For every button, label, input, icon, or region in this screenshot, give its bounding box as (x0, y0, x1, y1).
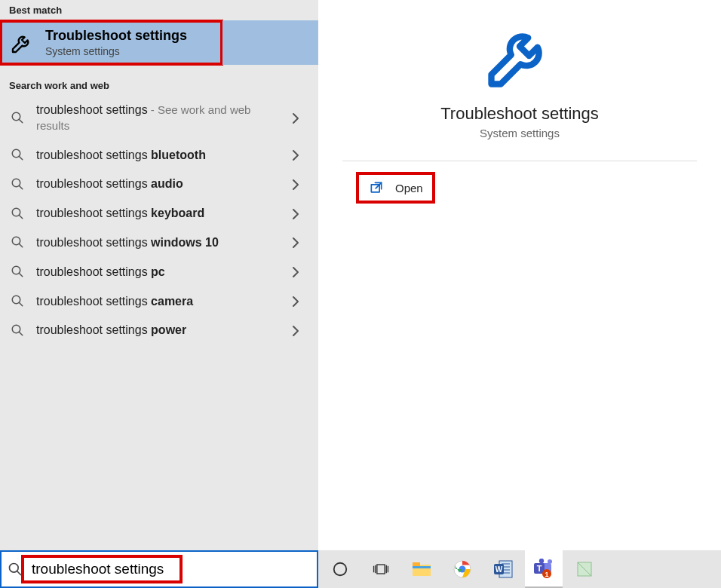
taskbar-icons: W T1 (318, 550, 721, 588)
suggestion-text: troubleshoot settings windows 10 (36, 235, 281, 251)
chevron-right-icon[interactable] (291, 207, 308, 222)
word-icon[interactable]: W (484, 550, 522, 588)
chrome-icon[interactable] (443, 550, 481, 588)
svg-line-5 (19, 185, 23, 189)
suggestion-text: troubleshoot settings bluetooth (36, 148, 281, 164)
svg-point-38 (548, 559, 552, 564)
svg-line-18 (17, 571, 21, 575)
detail-title: Troubleshoot settings (440, 104, 599, 124)
explorer-icon[interactable] (403, 550, 440, 588)
detail-pane: Troubleshoot settings System settings Op… (318, 0, 721, 550)
search-results-pane: Best match Troubleshoot settings System … (0, 0, 318, 550)
selection-bg (222, 20, 318, 65)
search-icon (11, 207, 26, 222)
svg-line-11 (19, 273, 23, 277)
suggestion-item[interactable]: troubleshoot settings camera (0, 287, 318, 317)
svg-rect-26 (413, 562, 420, 566)
search-icon (8, 562, 23, 577)
search-icon (11, 235, 26, 250)
search-input[interactable] (30, 560, 311, 578)
chevron-right-icon[interactable] (291, 148, 308, 163)
best-match-sub: System settings (45, 45, 187, 57)
open-icon (368, 179, 385, 196)
svg-point-19 (334, 563, 347, 576)
search-icon (11, 294, 26, 309)
suggestion-text: troubleshoot settings camera (36, 294, 281, 310)
search-icon (11, 177, 26, 192)
suggestion-item[interactable]: troubleshoot settings windows 10 (0, 228, 318, 258)
suggestion-item[interactable]: troubleshoot settings bluetooth (0, 141, 318, 170)
search-web-header: Search work and web (0, 75, 318, 96)
detail-sub: System settings (480, 127, 560, 139)
best-match-header: Best match (0, 0, 318, 20)
taskview-icon[interactable] (362, 550, 400, 588)
suggestion-item[interactable]: troubleshoot settings keyboard (0, 199, 318, 228)
svg-line-7 (19, 215, 23, 219)
search-box[interactable] (0, 550, 318, 588)
chevron-right-icon[interactable] (291, 323, 308, 338)
svg-line-13 (19, 302, 23, 306)
search-icon (11, 148, 26, 163)
svg-text:1: 1 (545, 571, 548, 578)
suggestion-item[interactable]: troubleshoot settings - See work and web… (0, 96, 318, 141)
chevron-right-icon[interactable] (291, 265, 308, 280)
suggestion-item[interactable]: troubleshoot settings power (0, 316, 318, 345)
suggestion-text: troubleshoot settings audio (36, 176, 281, 192)
svg-line-9 (19, 244, 23, 248)
teams-icon[interactable]: T1 (525, 550, 563, 588)
wrench-icon-large (482, 18, 557, 93)
suggestion-item[interactable]: troubleshoot settings pc (0, 258, 318, 287)
svg-line-1 (19, 119, 23, 123)
chevron-right-icon[interactable] (291, 111, 308, 126)
suggestion-item[interactable]: troubleshoot settings audio (0, 170, 318, 199)
svg-rect-27 (413, 566, 431, 568)
svg-rect-20 (377, 565, 385, 574)
chevron-right-icon[interactable] (291, 294, 308, 309)
search-icon (11, 265, 26, 280)
chevron-right-icon[interactable] (291, 177, 308, 192)
open-label: Open (395, 182, 423, 194)
wrench-icon (9, 30, 35, 56)
suggestion-text: troubleshoot settings pc (36, 265, 281, 280)
suggestions-list: troubleshoot settings - See work and web… (0, 96, 318, 345)
svg-text:T: T (537, 564, 542, 573)
open-action[interactable]: Open (359, 175, 432, 201)
svg-line-15 (19, 332, 23, 335)
suggestion-text: troubleshoot settings - See work and web… (36, 103, 281, 134)
search-icon (11, 111, 26, 126)
taskbar: W T1 (0, 550, 721, 588)
best-match-result[interactable]: Troubleshoot settings System settings (0, 20, 222, 65)
chevron-right-icon[interactable] (291, 235, 308, 250)
notes-icon[interactable] (566, 550, 603, 588)
svg-text:W: W (495, 565, 503, 574)
search-icon (11, 323, 26, 338)
suggestion-text: troubleshoot settings power (36, 323, 281, 338)
cortana-icon[interactable] (321, 550, 359, 588)
divider (342, 161, 697, 161)
svg-line-3 (19, 156, 23, 160)
suggestion-text: troubleshoot settings keyboard (36, 206, 281, 222)
best-match-title: Troubleshoot settings (45, 28, 187, 44)
svg-point-39 (539, 559, 544, 563)
